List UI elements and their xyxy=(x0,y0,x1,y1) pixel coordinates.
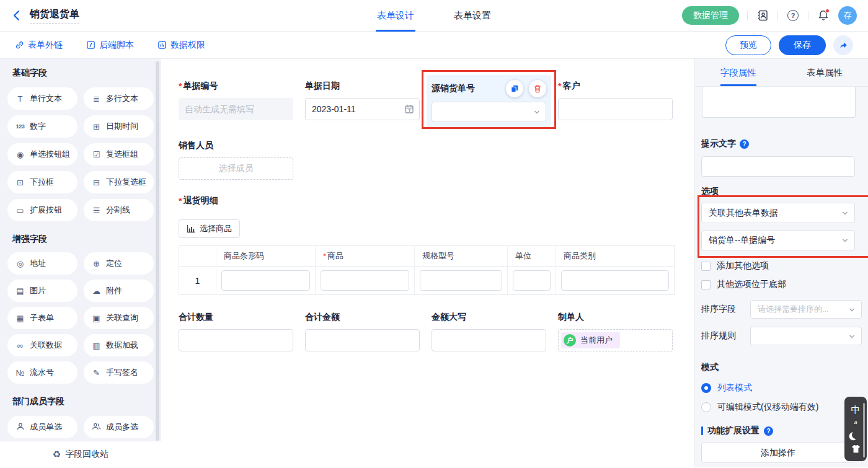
delete-field-button[interactable] xyxy=(529,80,546,97)
sidebar-item-signature[interactable]: ✎手写签名 xyxy=(84,361,154,384)
sort-field-select[interactable]: 请选择需要排序的... xyxy=(750,300,862,319)
extension-help-icon[interactable]: ? xyxy=(764,426,773,436)
divider xyxy=(747,11,748,20)
copy-icon xyxy=(510,84,519,93)
field-return-detail[interactable]: *退货明细 选择商品 商品条形码 *商品 规格型号 单位 商品类别 1 xyxy=(179,195,677,295)
sidebar-item-radio-group[interactable]: ◉单选按钮组 xyxy=(7,143,78,166)
sidebar-item-divider[interactable]: ☰分割线 xyxy=(84,199,154,221)
sidebar-item-data-load[interactable]: ▥数据加载 xyxy=(84,334,154,356)
select-product-button[interactable]: 选择商品 xyxy=(179,219,240,238)
table-header-barcode: 商品条形码 xyxy=(216,246,316,266)
checkbox-label: 其他选项位于底部 xyxy=(717,279,786,290)
data-manage-button[interactable]: 数据管理 xyxy=(682,6,739,25)
tab-form-design[interactable]: 表单设计 xyxy=(377,0,414,32)
add-action-button[interactable]: 添加操作 xyxy=(701,443,855,463)
sort-rule-select[interactable] xyxy=(750,327,862,345)
field-creator[interactable]: 制单人 户 当前用户 xyxy=(558,311,673,351)
checkbox-other-option-bottom[interactable]: 其他选项位于底部 xyxy=(701,279,862,290)
save-button[interactable]: 保存 xyxy=(779,35,826,55)
sidebar-item-linked-query[interactable]: ▣关联查询 xyxy=(84,307,154,329)
data-permission-link[interactable]: 数据权限 xyxy=(157,40,205,51)
tab-field-properties[interactable]: 字段属性 xyxy=(695,59,782,86)
panel-scrolled-input[interactable] xyxy=(702,87,856,118)
barcode-cell-input[interactable] xyxy=(221,270,310,291)
detail-table: 商品条形码 *商品 规格型号 单位 商品类别 1 xyxy=(179,245,675,295)
theme-button[interactable] xyxy=(851,444,861,453)
field-total-amount[interactable]: 合计金额 xyxy=(305,311,420,351)
sidebar-item-location[interactable]: ⊕定位 xyxy=(84,252,154,275)
help-button[interactable]: ? xyxy=(786,9,800,22)
field-amount-words[interactable]: 金额大写 xyxy=(432,311,546,351)
option-field-select[interactable]: 销货单--单据编号 xyxy=(701,230,855,250)
dark-mode-button[interactable] xyxy=(852,431,860,439)
field-recycle-bin[interactable]: ♻ 字段回收站 xyxy=(0,441,161,467)
avatar[interactable]: 存 xyxy=(838,6,857,25)
tab-form-settings[interactable]: 表单设置 xyxy=(454,0,491,32)
source-order-select[interactable] xyxy=(432,102,546,122)
field-doc-date[interactable]: 单据日期 xyxy=(305,80,420,122)
field-doc-no[interactable]: *单据编号 xyxy=(179,80,293,122)
page-scrollbar[interactable] xyxy=(863,403,865,457)
contacts-button[interactable] xyxy=(756,9,769,22)
sidebar-item-multi-dropdown[interactable]: ⊟下拉复选框 xyxy=(84,171,154,193)
translate-sub-icon[interactable]: a xyxy=(854,420,857,425)
tab-form-properties[interactable]: 表单属性 xyxy=(782,59,868,86)
share-button[interactable] xyxy=(833,35,853,55)
field-source-order[interactable]: 源销货单号 xyxy=(432,80,546,122)
sidebar-item-datetime[interactable]: ⊞日期时间 xyxy=(84,115,154,138)
field-customer[interactable]: *客户 xyxy=(558,80,673,122)
sidebar-item-attachment[interactable]: ☁附件 xyxy=(84,280,154,302)
row-number: 1 xyxy=(179,267,216,294)
category-cell-input[interactable] xyxy=(561,270,669,291)
form-external-link[interactable]: 表单外链 xyxy=(15,40,63,51)
app-header: 销货退货单 表单设计 表单设置 数据管理 ? 存 xyxy=(0,0,868,32)
dropdown-icon: ⊡ xyxy=(15,179,25,187)
product-cell-input[interactable] xyxy=(321,270,409,291)
copy-field-button[interactable] xyxy=(506,80,523,97)
backend-script-link[interactable]: 后端脚本 xyxy=(86,40,134,51)
hint-text-input[interactable] xyxy=(701,156,855,177)
sidebar-item-checkbox-group[interactable]: ☑复选框组 xyxy=(84,143,154,166)
hint-help-icon[interactable]: ? xyxy=(740,139,749,149)
doc-date-input[interactable] xyxy=(305,98,420,120)
mode-radio-editable[interactable]: 可编辑模式(仅移动端有效) xyxy=(701,402,862,413)
sidebar-item-extend-button[interactable]: ▭扩展按钮 xyxy=(7,199,78,221)
sidebar-item-address[interactable]: ◎地址 xyxy=(7,252,78,275)
sidebar-item-subform[interactable]: ▦子表单 xyxy=(7,307,78,329)
sidebar-item-multi-line-text[interactable]: ≣多行文本 xyxy=(84,87,154,110)
sidebar-item-linked-data[interactable]: ∞关联数据 xyxy=(7,334,78,356)
field-salesperson[interactable]: 销售人员 选择成员 xyxy=(179,139,293,180)
mode-radio-list[interactable]: 列表模式 xyxy=(701,382,862,394)
sidebar-item-member-multi[interactable]: 成员多选 xyxy=(84,416,154,438)
creator-picker[interactable]: 户 当前用户 xyxy=(558,329,673,351)
checkbox-icon: ☑ xyxy=(91,151,102,159)
sidebar-item-serial-number[interactable]: №流水号 xyxy=(7,361,78,384)
translate-button[interactable]: 中 xyxy=(851,405,861,414)
sidebar-item-dropdown[interactable]: ⊡下拉框 xyxy=(7,171,78,193)
sidebar-item-member-single[interactable]: 成员单选 xyxy=(7,416,78,438)
total-amount-input[interactable] xyxy=(305,329,420,351)
item-label: 复选框组 xyxy=(106,149,138,160)
field-total-qty[interactable]: 合计数量 xyxy=(179,311,293,351)
sidebar-item-single-line-text[interactable]: T单行文本 xyxy=(7,87,78,110)
spec-cell-input[interactable] xyxy=(420,270,502,291)
checkbox-add-other-option[interactable]: 添加其他选项 xyxy=(701,260,862,272)
page-title[interactable]: 销货退货单 xyxy=(30,8,79,24)
sidebar-item-number[interactable]: 123数字 xyxy=(7,115,78,138)
properties-panel: 字段属性 表单属性 提示文字 ? 选项 关联其他表单数据 销货单--单据编号 添… xyxy=(694,59,868,467)
preview-button[interactable]: 预览 xyxy=(725,35,771,55)
customer-input[interactable] xyxy=(558,98,673,120)
doc-no-input[interactable] xyxy=(179,98,293,120)
sidebar-scrollbar[interactable] xyxy=(156,61,159,441)
salesperson-picker[interactable]: 选择成员 xyxy=(179,157,293,180)
total-qty-input[interactable] xyxy=(179,329,293,351)
checkbox-icon xyxy=(701,262,711,271)
amount-words-input[interactable] xyxy=(432,329,546,351)
script-icon xyxy=(86,40,95,50)
back-button[interactable] xyxy=(11,9,25,22)
notifications-button[interactable] xyxy=(817,9,830,22)
sidebar-item-image[interactable]: ▤图片 xyxy=(7,280,78,302)
unit-cell-input[interactable] xyxy=(513,270,551,291)
item-label: 单选按钮组 xyxy=(30,149,70,160)
option-source-select[interactable]: 关联其他表单数据 xyxy=(701,203,855,223)
